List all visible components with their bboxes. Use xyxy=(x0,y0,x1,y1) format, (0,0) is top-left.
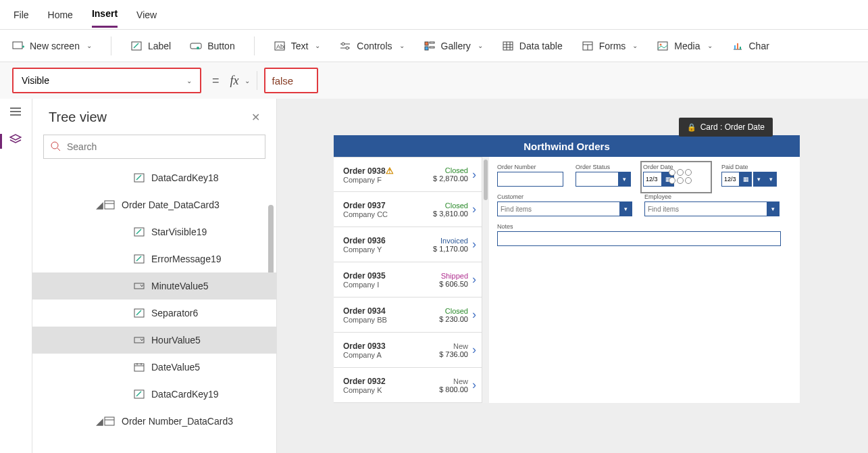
label-order-status: Order Status xyxy=(576,164,631,170)
forms-icon xyxy=(582,40,594,52)
chevron-right-icon: › xyxy=(472,272,476,287)
label-button[interactable]: Label xyxy=(130,40,171,52)
card-icon xyxy=(104,416,115,427)
chevron-down-icon[interactable]: ▾ xyxy=(753,172,765,187)
tree-node-separator6[interactable]: Separator6 xyxy=(32,300,276,327)
list-item[interactable]: Order 0933Company ANew$ 736.00› xyxy=(334,333,482,368)
dropdown-icon xyxy=(134,281,145,291)
svg-rect-16 xyxy=(734,45,736,49)
orderlist-scrollbar[interactable] xyxy=(482,157,489,403)
menu-file[interactable]: File xyxy=(14,3,29,27)
menu-home[interactable]: Home xyxy=(48,3,73,27)
hamburger-icon[interactable] xyxy=(9,107,23,120)
screen-icon xyxy=(12,40,24,52)
close-icon[interactable]: ✕ xyxy=(251,111,260,124)
tree-node-datevalue5[interactable]: DateValue5 xyxy=(32,354,276,381)
menu-insert[interactable]: Insert xyxy=(92,1,118,28)
paid-date-picker[interactable]: 12/3 ▦ ▾ ▾ xyxy=(721,172,777,187)
chevron-down-icon: ⌄ xyxy=(245,77,250,85)
svg-rect-11 xyxy=(430,47,434,48)
svg-rect-27 xyxy=(134,364,144,371)
customer-combo[interactable]: ▾ xyxy=(497,201,632,216)
svg-rect-2 xyxy=(190,43,201,49)
tree-node-order-number-datacard3[interactable]: ◢Order Number_DataCard3 xyxy=(32,408,276,435)
notes-input[interactable] xyxy=(497,231,781,246)
svg-point-15 xyxy=(660,43,662,45)
svg-rect-17 xyxy=(737,43,738,49)
tree-node-datacardkey18[interactable]: DataCardKey18 xyxy=(32,164,276,191)
chevron-down-icon: ▾ xyxy=(619,202,632,216)
text-button[interactable]: Abc Text ⌄ xyxy=(274,40,321,52)
list-item[interactable]: Order 0934Company BBClosed$ 230.00› xyxy=(334,297,482,333)
datatable-button[interactable]: Data table xyxy=(502,40,563,52)
edit-icon xyxy=(134,308,145,318)
chevron-down-icon: ▾ xyxy=(767,202,779,216)
layers-icon[interactable] xyxy=(9,134,23,147)
lock-icon xyxy=(687,122,696,132)
list-item[interactable]: Order 0937Company CCClosed$ 3,810.00› xyxy=(334,192,482,227)
forms-button[interactable]: Forms ⌄ xyxy=(582,40,638,52)
fx-dropdown[interactable]: fx ⌄ xyxy=(230,74,250,88)
order-status-combo[interactable]: ▾ xyxy=(576,172,631,187)
button-button[interactable]: Button xyxy=(190,40,234,52)
text-icon: Abc xyxy=(274,40,286,52)
gallery-icon xyxy=(424,40,436,52)
controls-button[interactable]: Controls ⌄ xyxy=(339,40,404,52)
label-employee: Employee xyxy=(644,193,780,200)
media-button[interactable]: Media ⌄ xyxy=(657,40,712,52)
list-item[interactable]: Order 0935Company IShipped$ 606.50› xyxy=(334,262,482,297)
svg-rect-10 xyxy=(425,47,428,50)
edit-icon xyxy=(134,254,145,264)
list-item[interactable]: Order 0932Company KNew$ 800.00› xyxy=(334,368,482,403)
chevron-right-icon: › xyxy=(472,168,476,182)
controls-icon xyxy=(339,40,351,52)
chevron-down-icon[interactable]: ▾ xyxy=(765,172,777,187)
formula-bar: Visible ⌄ = fx ⌄ false xyxy=(0,62,868,99)
svg-rect-29 xyxy=(105,417,114,425)
tree-node-datacardkey19[interactable]: DataCardKey19 xyxy=(32,381,276,408)
svg-point-3 xyxy=(197,47,199,49)
chart-button[interactable]: Char xyxy=(732,40,769,52)
svg-rect-9 xyxy=(430,42,434,43)
calendar-icon xyxy=(134,362,145,373)
separator xyxy=(257,71,257,90)
separator xyxy=(111,37,111,55)
menu-view[interactable]: View xyxy=(136,3,157,27)
card-icon xyxy=(104,199,115,210)
tree-panel: Tree view ✕ DataCardKey18◢Order Date_Dat… xyxy=(32,99,277,453)
search-icon xyxy=(51,141,61,152)
order-date-picker[interactable]: 12/3 ▦ xyxy=(643,172,709,187)
app-preview: Northwind Orders Order 0938⚠Company FClo… xyxy=(334,135,800,403)
employee-combo[interactable]: ▾ xyxy=(644,201,780,216)
edit-icon xyxy=(134,172,145,183)
media-icon xyxy=(657,40,669,52)
calendar-icon[interactable]: ▦ xyxy=(740,172,752,187)
canvas[interactable]: Northwind Orders Order 0938⚠Company FClo… xyxy=(277,99,868,453)
chevron-down-icon: ⌄ xyxy=(315,42,320,49)
label-notes: Notes xyxy=(497,223,781,230)
property-selector[interactable]: Visible ⌄ xyxy=(12,68,201,93)
caret-down-icon: ◢ xyxy=(96,199,104,210)
svg-rect-8 xyxy=(425,42,428,45)
list-item[interactable]: Order 0938⚠Company FClosed$ 2,870.00› xyxy=(334,157,482,192)
tree-node-order-date-datacard3[interactable]: ◢Order Date_DataCard3 xyxy=(32,191,276,218)
svg-point-7 xyxy=(346,47,349,49)
svg-rect-0 xyxy=(13,42,22,49)
new-screen-button[interactable]: New screen ⌄ xyxy=(12,40,92,52)
tree-node-starvisible19[interactable]: StarVisible19 xyxy=(32,218,276,245)
tree-search[interactable] xyxy=(43,135,265,159)
search-input[interactable] xyxy=(67,141,258,152)
chevron-down-icon: ⌄ xyxy=(399,42,405,49)
label-paid-date: Paid Date xyxy=(721,164,777,170)
order-number-input[interactable] xyxy=(497,172,563,187)
list-item[interactable]: Order 0936Company YInvoiced$ 1,170.00› xyxy=(334,227,482,262)
tree-title: Tree view xyxy=(49,110,107,125)
tree-node-minutevalue5[interactable]: MinuteValue5 xyxy=(32,272,276,300)
gallery-button[interactable]: Gallery ⌄ xyxy=(424,40,483,52)
tree-node-hourvalue5[interactable]: HourValue5 xyxy=(32,327,276,354)
calendar-icon[interactable]: ▦ xyxy=(662,172,674,187)
tree-node-errormessage19[interactable]: ErrorMessage19 xyxy=(32,245,276,272)
formula-input[interactable]: false xyxy=(264,68,318,93)
chevron-right-icon: › xyxy=(472,308,476,322)
label-customer: Customer xyxy=(497,193,632,200)
